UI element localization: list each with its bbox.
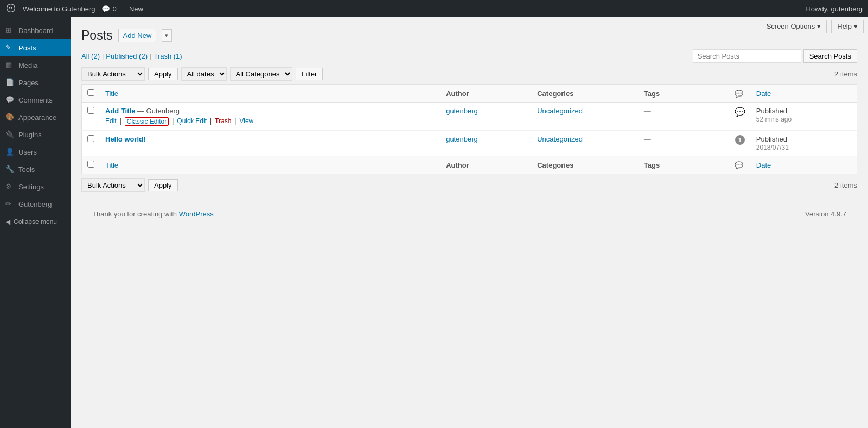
sep2: | [150,52,151,60]
quick-edit-link-1[interactable]: Quick Edit [177,117,207,126]
edit-link-1[interactable]: Edit [105,117,117,126]
row-date-cell-1: Published 52 mins ago [751,103,857,131]
wp-logo-icon [5,3,16,15]
select-all-checkbox[interactable] [87,89,94,96]
row-author-cell-2: gutenberg [441,131,532,156]
sidebar-item-plugins[interactable]: 🔌 Plugins [0,126,71,143]
classic-editor-link-1[interactable]: Classic Editor [125,117,169,126]
site-name[interactable]: Welcome to Gutenberg [23,5,95,13]
date-sort-link[interactable]: Date [756,90,771,98]
column-footer-categories: Categories [532,156,639,174]
dates-filter-select[interactable]: All dates [181,67,227,81]
sidebar-item-label: Pages [18,79,39,87]
filter-all-link[interactable]: All (2) [81,52,100,60]
sidebar-item-pages[interactable]: 📄 Pages [0,74,71,91]
post-title-link-2[interactable]: Hello world! [105,135,145,143]
pages-icon: 📄 [5,78,14,87]
appearance-icon: 🎨 [5,113,14,122]
view-link-1[interactable]: View [239,117,253,126]
users-icon: 👤 [5,148,14,156]
search-button[interactable]: Search Posts [803,49,857,63]
items-count-top: 2 items [834,70,857,78]
search-input[interactable] [693,49,801,63]
sidebar-item-comments[interactable]: 💬 Comments [0,91,71,108]
row-author-cell-1: gutenberg [441,103,532,131]
page-title: Posts [81,28,113,43]
search-box: Search Posts [693,49,857,63]
sidebar-item-label: Tools [18,165,35,174]
apply-button-bottom[interactable]: Apply [148,179,178,191]
add-new-adminbar[interactable]: + New [123,5,143,13]
sidebar-item-dashboard[interactable]: ⊞ Dashboard [0,22,71,39]
category-link-1[interactable]: Uncategorized [537,107,583,115]
row-title-cell-2: Hello world! [100,131,441,156]
sidebar-item-label: Appearance [18,113,56,122]
add-new-dropdown-button[interactable]: ▾ [162,29,172,42]
author-link-1[interactable]: gutenberg [446,107,478,115]
select-all-checkbox-bottom[interactable] [87,161,94,168]
sidebar-item-gutenberg[interactable]: ✏ Gutenberg [0,195,71,213]
filter-button[interactable]: Filter [296,68,323,80]
sep1: | [102,52,104,60]
column-header-author: Author [441,85,532,103]
categories-filter-select[interactable]: All Categories [230,67,292,81]
sidebar-item-label: Comments [18,96,53,104]
row-title-cell-1: Add Title — Gutenberg Edit | Classic Edi… [100,103,441,131]
main-content: Posts Add New ▾ All (2) | Published (2) … [71,17,868,428]
sidebar-item-tools[interactable]: 🔧 Tools [0,161,71,178]
sidebar-item-label: Plugins [18,131,42,139]
row-comments-cell-2: 1 [729,131,751,156]
sep: | [210,117,212,126]
title-sort-link[interactable]: Title [105,90,118,98]
apply-button-top[interactable]: Apply [148,68,178,80]
collapse-menu-button[interactable]: ◀ Collapse menu [0,213,71,231]
posts-icon: ✎ [5,43,14,52]
sidebar-item-users[interactable]: 👤 Users [0,143,71,161]
sidebar-item-media[interactable]: ▦ Media [0,56,71,74]
sidebar-item-posts[interactable]: ✎ Posts [0,39,71,56]
add-new-button[interactable]: Add New [118,29,157,42]
row-comments-cell-1: 💬 [729,103,751,131]
filter-published-link[interactable]: Published (2) [106,52,148,60]
footer-thank-you: Thank you for creating with WordPress [92,210,214,218]
row-categories-cell-2: Uncategorized [532,131,639,156]
column-footer-tags: Tags [639,156,729,174]
bulk-actions-select-bottom[interactable]: Bulk Actions Move to Trash [81,178,145,192]
sidebar-item-label: Posts [18,44,36,52]
bulk-actions-select-top[interactable]: Bulk Actions Move to Trash [81,67,145,81]
comment-bubble-icon: 💬 [101,5,110,13]
row-checkbox-1[interactable] [87,107,94,114]
help-button[interactable]: Help ▾ [831,20,864,33]
table-header-row: Title Author Categories Tags 💬 Date [82,85,857,103]
column-header-title: Title [100,85,441,103]
date-sort-link-bottom[interactable]: Date [756,161,771,169]
title-sort-link-bottom[interactable]: Title [105,161,118,169]
row-tags-cell-1: — [639,103,729,131]
post-title-link-1[interactable]: Add Title — Gutenberg [105,107,180,115]
comments-icon[interactable]: 💬 0 [101,5,116,13]
sidebar-item-label: Dashboard [18,27,53,35]
posts-table: Title Author Categories Tags 💬 Date [81,84,857,174]
filter-bar: All (2) | Published (2) | Trash (1) Sear… [81,49,857,63]
filter-links: All (2) | Published (2) | Trash (1) [81,52,691,60]
author-link-2[interactable]: gutenberg [446,135,478,143]
page-header: Posts Add New ▾ [81,28,857,43]
collapse-icon: ◀ [5,218,10,226]
row-checkbox-cell [82,103,100,131]
comment-badge-2: 1 [735,135,745,145]
wordpress-link[interactable]: WordPress [179,210,214,218]
media-icon: ▦ [5,61,14,69]
sidebar-item-appearance[interactable]: 🎨 Appearance [0,108,71,126]
chevron-down-icon: ▾ [854,22,858,30]
row-checkbox-2[interactable] [87,135,94,142]
category-link-2[interactable]: Uncategorized [537,135,583,143]
table-row: Add Title — Gutenberg Edit | Classic Edi… [82,103,857,131]
sidebar-item-settings[interactable]: ⚙ Settings [0,178,71,195]
trash-link-1[interactable]: Trash [215,117,231,126]
plugins-icon: 🔌 [5,130,14,139]
column-footer-comments: 💬 [729,156,751,174]
filter-trash-link[interactable]: Trash (1) [154,52,182,60]
screen-options-button[interactable]: Screen Options ▾ [761,20,827,33]
bulk-bar-top: Bulk Actions Move to Trash Apply All dat… [81,67,857,81]
chevron-down-icon: ▾ [817,22,821,30]
